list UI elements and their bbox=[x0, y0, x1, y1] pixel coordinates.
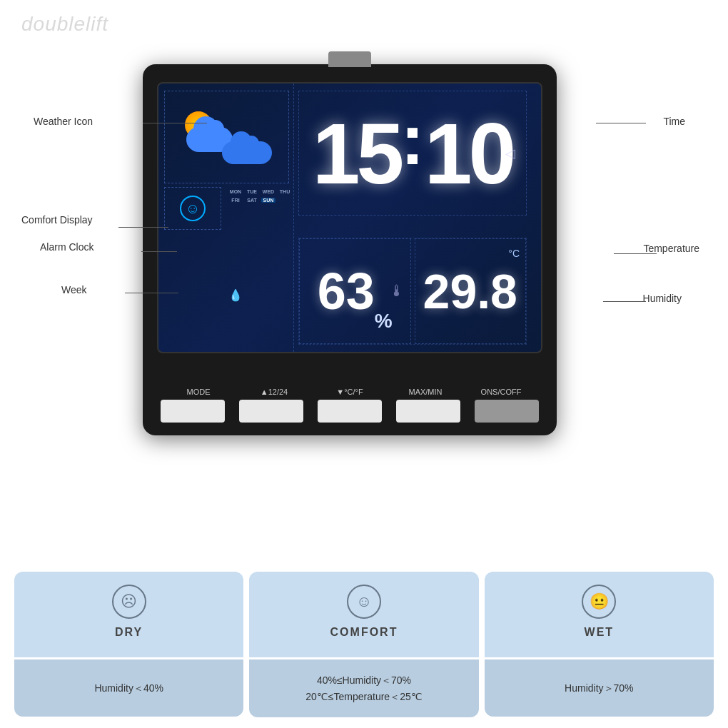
week-display: MON TUE WED THU FRI SAT SUN bbox=[228, 189, 293, 261]
device-section: ☺ MON TUE WED THU FRI SAT SUN bbox=[121, 43, 578, 457]
lcd-screen: ☺ MON TUE WED THU FRI SAT SUN bbox=[157, 82, 542, 353]
dry-label: DRY bbox=[115, 626, 143, 639]
week-row-2: FRI SAT SUN bbox=[228, 198, 293, 203]
dry-condition: Humidity＜40% bbox=[94, 680, 163, 696]
usb-plug bbox=[328, 51, 371, 67]
line-temp bbox=[614, 253, 657, 254]
device-body: ☺ MON TUE WED THU FRI SAT SUN bbox=[143, 64, 557, 435]
hardware-buttons-row bbox=[157, 400, 542, 423]
comfort-card-top: ☺ COMFORT bbox=[249, 572, 478, 657]
humidity-unit: % bbox=[375, 310, 393, 333]
dry-card: ☹ DRY Humidity＜40% bbox=[14, 572, 243, 717]
lcd-right-panel: 15 : 10 ◁ 63 % 🌡 29.8 °C bbox=[291, 84, 541, 352]
buttons-area: MODE ▲12/24 ▼°C/°F MAX/MIN ONS/COFF bbox=[157, 388, 542, 423]
temperature-value: 29.8 bbox=[423, 263, 517, 319]
line-humidity bbox=[603, 301, 646, 302]
temperature-unit: °C bbox=[508, 248, 520, 259]
smiley-icon: ☺ bbox=[180, 196, 206, 221]
wet-card-bottom: Humidity＞70% bbox=[485, 659, 714, 717]
btn-label-time-format: ▲12/24 bbox=[241, 388, 308, 396]
humidity-value: 63 bbox=[318, 262, 375, 320]
time-hours: 15 bbox=[313, 111, 400, 196]
watermark-text: doublelift bbox=[21, 13, 108, 36]
alarm-triangle-icon: ◁ bbox=[505, 146, 515, 161]
time-minutes: 10 bbox=[425, 111, 512, 196]
week-tue: TUE bbox=[245, 189, 259, 194]
wet-label: WET bbox=[585, 626, 615, 639]
week-sat: SAT bbox=[245, 198, 259, 203]
comfort-face-icon: ☺ bbox=[347, 585, 381, 619]
weather-icon-area bbox=[164, 91, 289, 183]
line-alarm bbox=[141, 251, 177, 252]
droplet-icon: 💧 bbox=[228, 288, 243, 302]
humidity-display: 63 % 🌡 bbox=[299, 238, 411, 344]
line-weather bbox=[143, 123, 207, 123]
time-annotation: Time bbox=[663, 116, 685, 127]
line-week bbox=[125, 293, 178, 293]
wet-card: 😐 WET Humidity＞70% bbox=[485, 572, 714, 717]
temp-unit-button[interactable] bbox=[318, 400, 382, 423]
comfort-label: COMFORT bbox=[330, 626, 398, 639]
comfort-card-bottom: 40%≤Humidity＜70%20℃≤Temperature＜25℃ bbox=[249, 659, 478, 717]
info-cards-section: ☹ DRY Humidity＜40% ☺ COMFORT 40%≤Humidit… bbox=[14, 572, 714, 717]
week-thu: THU bbox=[278, 189, 292, 194]
button-labels-row: MODE ▲12/24 ▼°C/°F MAX/MIN ONS/COFF bbox=[157, 388, 542, 396]
week-mon: MON bbox=[228, 189, 243, 194]
btn-label-mode: MODE bbox=[165, 388, 233, 396]
humidity-icon-area: 💧 bbox=[228, 280, 293, 309]
bottom-displays: 63 % 🌡 29.8 °C bbox=[298, 238, 527, 345]
dry-face-icon: ☹ bbox=[112, 585, 146, 619]
dry-card-bottom: Humidity＜40% bbox=[14, 659, 243, 717]
on-off-button[interactable] bbox=[475, 400, 539, 423]
line-comfort bbox=[118, 227, 168, 228]
week-row-1: MON TUE WED THU bbox=[228, 189, 293, 194]
week-wed: WED bbox=[261, 189, 275, 194]
wet-face-icon: 😐 bbox=[582, 585, 616, 619]
humidity-annotation: Humidity bbox=[643, 293, 682, 304]
time-colon: : bbox=[400, 98, 424, 181]
comfort-card: ☺ COMFORT 40%≤Humidity＜70%20℃≤Temperatur… bbox=[249, 572, 478, 717]
btn-label-max-min: MAX/MIN bbox=[392, 388, 460, 396]
cloud-icon-2 bbox=[222, 141, 272, 164]
comfort-condition: 40%≤Humidity＜70%20℃≤Temperature＜25℃ bbox=[305, 672, 422, 704]
lcd-left-panel: ☺ MON TUE WED THU FRI SAT SUN bbox=[158, 84, 294, 352]
week-fri: FRI bbox=[228, 198, 243, 203]
dry-card-top: ☹ DRY bbox=[14, 572, 243, 657]
weather-icon-annotation: Weather Icon bbox=[34, 116, 93, 127]
time-display: 15 : 10 ◁ bbox=[298, 91, 527, 216]
comfort-display-annotation: Comfort Display bbox=[21, 214, 93, 226]
line-time bbox=[596, 123, 646, 123]
max-min-button[interactable] bbox=[396, 400, 460, 423]
alarm-clock-annotation: Alarm Clock bbox=[40, 241, 93, 253]
temperature-annotation: Temperature bbox=[643, 243, 699, 254]
btn-label-temp-unit: ▼°C/°F bbox=[316, 388, 384, 396]
btn-label-on-off: ONS/COFF bbox=[467, 388, 535, 396]
wet-condition: Humidity＞70% bbox=[565, 680, 633, 696]
week-annotation: Week bbox=[61, 284, 87, 295]
wet-card-top: 😐 WET bbox=[485, 572, 714, 657]
temperature-display: 29.8 °C bbox=[415, 238, 527, 344]
week-sun: SUN bbox=[261, 198, 275, 203]
mode-button[interactable] bbox=[161, 400, 225, 423]
time-format-button[interactable] bbox=[239, 400, 303, 423]
comfort-smiley-area: ☺ bbox=[164, 187, 221, 230]
thermometer-icon: 🌡 bbox=[389, 282, 405, 300]
